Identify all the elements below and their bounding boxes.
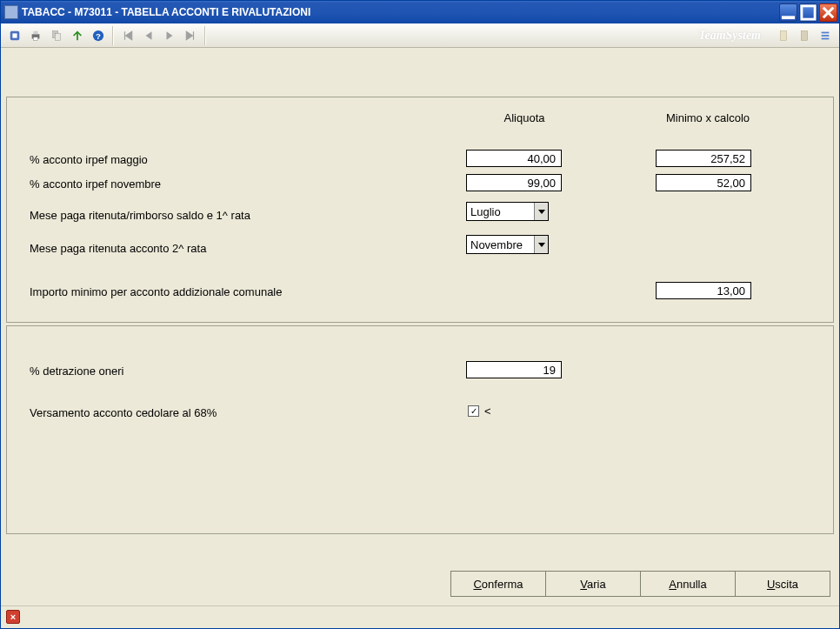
nav-last-icon[interactable] [181, 26, 200, 45]
error-icon[interactable]: × [6, 610, 20, 624]
svg-rect-8 [55, 33, 60, 40]
toolbar-doc2-icon[interactable] [795, 26, 814, 45]
status-bar: × [1, 606, 839, 628]
btn-text: scita [775, 578, 798, 591]
header-minimo: Minimo x calcolo [656, 111, 760, 124]
label-importo-minimo: Importo minimo per acconto addizionale c… [30, 285, 283, 298]
checkbox-extra-label: < [484, 405, 491, 418]
toolbar-copy-icon[interactable] [47, 26, 66, 45]
button-bar: Conferma Varia Annulla Uscita [451, 571, 830, 597]
annulla-button[interactable]: Annulla [640, 571, 736, 597]
input-acconto-maggio-minimo[interactable] [656, 150, 751, 167]
brand-logo: TeamSystem [698, 29, 770, 43]
svg-rect-6 [33, 37, 37, 40]
maximize-button[interactable] [799, 3, 817, 22]
nav-next-icon[interactable] [160, 26, 179, 45]
btn-text: onferma [482, 578, 523, 591]
panel-detrazione: % detrazione oneri Versamento acconto ce… [6, 325, 834, 534]
toolbar-list-icon[interactable] [816, 26, 835, 45]
input-acconto-maggio-aliquota[interactable] [466, 150, 562, 167]
nav-first-icon[interactable] [118, 26, 137, 45]
svg-rect-14 [822, 35, 830, 37]
label-detrazione-oneri: % detrazione oneri [30, 365, 123, 378]
svg-rect-15 [822, 37, 830, 39]
input-acconto-novembre-aliquota[interactable] [466, 174, 562, 191]
nav-prev-icon[interactable] [139, 26, 158, 45]
window-title: TABACC - M73011 - TABELLA ACCONTI E RIVA… [22, 6, 779, 18]
toolbar-export-icon[interactable] [68, 26, 87, 45]
label-mese-acconto: Mese paga ritenuta acconto 2^ rata [30, 242, 206, 255]
chevron-down-icon [534, 236, 548, 253]
chevron-down-icon [534, 203, 548, 220]
varia-button[interactable]: Varia [545, 571, 641, 597]
uscita-button[interactable]: Uscita [735, 571, 830, 597]
checkbox-versamento-cedolare[interactable]: ✓ [468, 405, 479, 417]
svg-text:?: ? [96, 30, 101, 40]
svg-rect-13 [822, 31, 830, 33]
conferma-button[interactable]: Conferma [450, 571, 546, 597]
select-mese-acconto[interactable]: Novembre [466, 235, 549, 254]
toolbar-doc-icon[interactable] [774, 26, 793, 45]
svg-rect-3 [12, 33, 17, 37]
svg-rect-12 [802, 30, 808, 40]
toolbar-print-icon[interactable] [26, 26, 45, 45]
panel-acconti: Aliquota Minimo x calcolo % acconto irpe… [6, 97, 834, 323]
label-acconto-maggio: % acconto irpef maggio [30, 153, 148, 166]
svg-rect-5 [33, 30, 37, 34]
btn-text: aria [587, 578, 606, 591]
label-versamento-cedolare: Versamento acconto cedolare al 68% [30, 406, 217, 419]
toolbar-help-icon[interactable]: ? [89, 26, 108, 45]
select-mese-saldo[interactable]: Luglio [466, 202, 549, 221]
toolbar-separator [112, 26, 114, 45]
svg-rect-1 [802, 5, 815, 18]
label-acconto-novembre: % acconto irpef novembre [30, 177, 161, 191]
header-aliquota: Aliquota [477, 111, 572, 124]
btn-text: nnulla [677, 578, 707, 591]
close-button[interactable] [819, 3, 837, 22]
titlebar: TABACC - M73011 - TABELLA ACCONTI E RIVA… [1, 1, 839, 23]
input-acconto-novembre-minimo[interactable] [656, 174, 751, 191]
svg-rect-11 [781, 30, 787, 40]
input-importo-minimo[interactable] [656, 282, 751, 299]
input-detrazione-oneri[interactable] [466, 361, 562, 378]
app-icon [4, 5, 18, 19]
select-mese-saldo-value: Luglio [467, 205, 534, 218]
minimize-button[interactable] [779, 3, 797, 22]
toolbar-separator [204, 26, 206, 45]
toolbar: ? TeamSystem [1, 23, 839, 48]
select-mese-acconto-value: Novembre [467, 238, 534, 251]
svg-rect-0 [782, 16, 795, 19]
label-mese-saldo: Mese paga ritenuta/rimborso saldo e 1^ r… [30, 209, 250, 222]
toolbar-home-icon[interactable] [5, 26, 24, 45]
